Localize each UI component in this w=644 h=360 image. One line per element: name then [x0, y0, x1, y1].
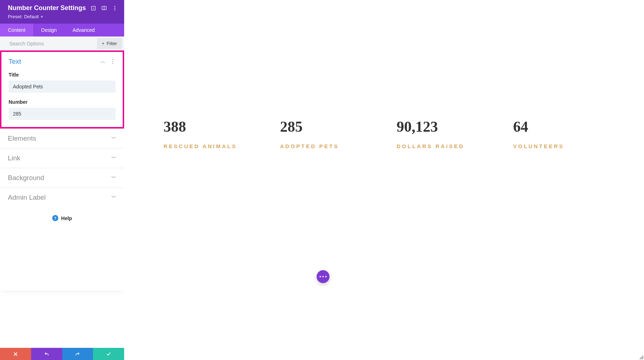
resize-handle-icon[interactable] [638, 354, 643, 359]
settings-panel: Number Counter Settings Preset: Default … [0, 0, 124, 291]
counter-value: 388 [164, 118, 273, 135]
counter-value: 64 [513, 118, 623, 135]
counters-row: 388 RESCUED ANIMALS 285 ADOPTED PETS 90,… [164, 118, 630, 149]
panel-header: Number Counter Settings Preset: Default … [0, 0, 124, 24]
section-elements-title: Elements [8, 135, 111, 142]
svg-point-4 [114, 8, 116, 9]
preset-value: Default [24, 14, 39, 19]
text-section: Text ︿ ⋮ Title Number [0, 50, 124, 128]
redo-icon [75, 351, 80, 357]
counter-dollars-raised[interactable]: 90,123 DOLLARS RAISED [397, 118, 513, 149]
counter-rescued-animals[interactable]: 388 RESCUED ANIMALS [164, 118, 280, 149]
tab-design[interactable]: Design [33, 24, 65, 37]
counter-label: RESCUED ANIMALS [164, 143, 273, 149]
chevron-down-icon: ﹀ [111, 194, 116, 201]
redo-button[interactable] [62, 348, 93, 360]
section-elements[interactable]: Elements ﹀ [0, 128, 124, 148]
panel-title: Number Counter Settings [8, 4, 86, 12]
help-button[interactable]: ? Help [0, 207, 124, 229]
counter-label: VOLUNTEERS [513, 143, 623, 149]
save-button[interactable] [93, 348, 124, 360]
section-more-icon[interactable]: ⋮ [110, 59, 116, 64]
chevron-down-icon: ﹀ [111, 135, 116, 142]
help-label: Help [61, 215, 72, 221]
counter-label: DOLLARS RAISED [397, 143, 506, 149]
title-field-label: Title [9, 72, 116, 78]
section-admin-label[interactable]: Admin Label ﹀ [0, 188, 124, 207]
cancel-button[interactable] [0, 348, 31, 360]
section-admin-label-title: Admin Label [8, 194, 111, 201]
search-input[interactable] [0, 37, 97, 50]
section-link-title: Link [8, 154, 111, 162]
undo-icon [44, 351, 49, 357]
preview-icon[interactable] [101, 5, 108, 12]
tab-advanced[interactable]: Advanced [65, 24, 103, 37]
chevron-up-icon[interactable]: ︿ [101, 58, 106, 65]
filter-label: Filter [107, 41, 117, 46]
title-field-input[interactable] [9, 81, 116, 93]
counter-volunteers[interactable]: 64 VOLUNTEERS [513, 118, 630, 149]
undo-button[interactable] [31, 348, 62, 360]
section-link[interactable]: Link ﹀ [0, 148, 124, 168]
section-title-text[interactable]: Text [9, 58, 101, 65]
number-field-label: Number [9, 99, 116, 105]
chevron-down-icon: ﹀ [111, 175, 116, 181]
chevron-down-icon: ﹀ [111, 155, 116, 161]
counter-label: ADOPTED PETS [280, 143, 390, 149]
help-icon: ? [52, 215, 58, 221]
close-icon [13, 351, 18, 357]
section-background-title: Background [8, 174, 111, 182]
svg-point-3 [114, 6, 116, 7]
counter-value: 90,123 [397, 118, 506, 135]
tab-content[interactable]: Content [0, 24, 33, 37]
canvas: 388 RESCUED ANIMALS 285 ADOPTED PETS 90,… [124, 0, 644, 360]
ellipsis-icon [319, 276, 327, 277]
caret-down-icon: ▼ [40, 15, 43, 19]
svg-point-5 [114, 9, 116, 10]
responsive-icon[interactable] [90, 5, 97, 12]
check-icon [106, 351, 111, 357]
more-icon[interactable] [111, 5, 118, 12]
preset-prefix: Preset: [8, 14, 23, 19]
filter-button[interactable]: + Filter [97, 38, 122, 49]
svg-point-0 [93, 8, 94, 9]
counter-value: 285 [280, 118, 390, 135]
search-row: + Filter [0, 37, 124, 50]
floating-menu-button[interactable] [317, 270, 330, 283]
number-field-input[interactable] [9, 108, 116, 120]
section-background[interactable]: Background ﹀ [0, 168, 124, 188]
preset-selector[interactable]: Preset: Default ▼ [8, 14, 118, 19]
counter-adopted-pets[interactable]: 285 ADOPTED PETS [280, 118, 397, 149]
tabs: Content Design Advanced [0, 24, 124, 37]
panel-footer [0, 348, 124, 360]
plus-icon: + [102, 41, 105, 46]
